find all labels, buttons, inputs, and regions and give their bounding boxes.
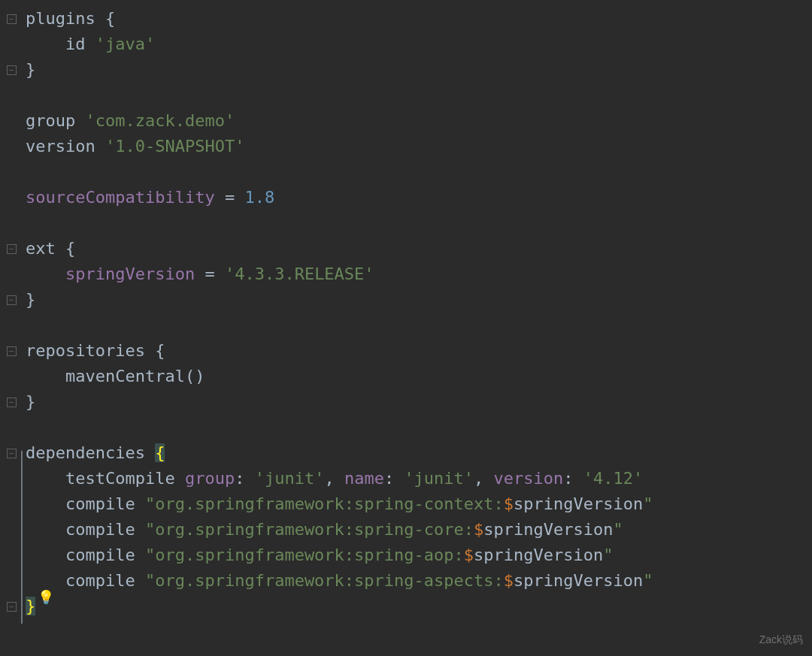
gutter-row xyxy=(0,364,23,389)
fold-close-icon[interactable]: − xyxy=(7,65,17,75)
code-line[interactable]: compile "org.springframework:spring-aspe… xyxy=(26,568,653,594)
code-line[interactable]: dependencies { xyxy=(26,440,653,466)
code-line[interactable] xyxy=(26,210,653,236)
code-line[interactable]: id 'java' xyxy=(26,32,653,57)
gutter: −−−−−−−− xyxy=(0,0,23,656)
gutter-row xyxy=(0,83,23,108)
code-line[interactable]: mavenCentral() xyxy=(26,364,653,389)
fold-close-icon[interactable]: − xyxy=(7,295,17,305)
gutter-row xyxy=(0,517,23,543)
gutter-row: − xyxy=(0,594,23,619)
code-line[interactable]: sourceCompatibility = 1.8 xyxy=(26,185,653,210)
code-line[interactable]: } xyxy=(26,287,653,313)
code-area[interactable]: plugins { id 'java'} group 'com.zack.dem… xyxy=(23,0,653,656)
gutter-row xyxy=(0,134,23,159)
gutter-row: − xyxy=(0,236,23,261)
gutter-row xyxy=(0,32,23,57)
gutter-row xyxy=(0,543,23,568)
code-line[interactable]: testCompile group: 'junit', name: 'junit… xyxy=(26,466,653,491)
code-line[interactable]: compile "org.springframework:spring-aop:… xyxy=(26,543,653,568)
code-line[interactable]: repositories { xyxy=(26,338,653,364)
gutter-row: − xyxy=(0,440,23,466)
code-line[interactable] xyxy=(26,159,653,185)
gutter-row xyxy=(0,185,23,210)
gutter-row xyxy=(0,491,23,517)
gutter-row xyxy=(0,210,23,236)
gutter-row xyxy=(0,415,23,440)
gutter-row xyxy=(0,159,23,185)
gutter-row xyxy=(0,261,23,287)
code-line[interactable] xyxy=(26,83,653,108)
code-line[interactable]: } xyxy=(26,594,653,619)
gutter-row: − xyxy=(0,57,23,83)
fold-open-icon[interactable]: − xyxy=(7,449,17,458)
code-line[interactable]: springVersion = '4.3.3.RELEASE' xyxy=(26,261,653,287)
fold-open-icon[interactable]: − xyxy=(7,346,17,356)
fold-open-icon[interactable]: − xyxy=(7,244,17,254)
code-line[interactable] xyxy=(26,415,653,440)
code-line[interactable]: version '1.0-SNAPSHOT' xyxy=(26,134,653,159)
code-line[interactable] xyxy=(26,313,653,338)
code-line[interactable]: compile "org.springframework:spring-core… xyxy=(26,517,653,543)
code-line[interactable]: compile "org.springframework:spring-cont… xyxy=(26,491,653,517)
fold-close-icon[interactable]: − xyxy=(7,398,17,407)
code-line[interactable]: plugins { xyxy=(26,6,653,32)
code-line[interactable]: ext { xyxy=(26,236,653,261)
code-editor[interactable]: −−−−−−−− plugins { id 'java'} group 'com… xyxy=(0,0,812,656)
lightbulb-icon[interactable]: 💡 xyxy=(38,587,54,608)
code-line[interactable]: } xyxy=(26,57,653,83)
fold-open-icon[interactable]: − xyxy=(7,14,17,24)
watermark-text: Zack说码 xyxy=(759,632,803,648)
gutter-row xyxy=(0,568,23,594)
gutter-row: − xyxy=(0,389,23,415)
code-line[interactable]: } xyxy=(26,389,653,415)
caret-indicator xyxy=(21,451,23,624)
code-line[interactable]: group 'com.zack.demo' xyxy=(26,108,653,134)
gutter-row: − xyxy=(0,6,23,32)
gutter-row: − xyxy=(0,287,23,313)
fold-close-icon[interactable]: − xyxy=(7,602,17,612)
gutter-row xyxy=(0,313,23,338)
gutter-row xyxy=(0,108,23,134)
gutter-row xyxy=(0,466,23,491)
gutter-row: − xyxy=(0,338,23,364)
